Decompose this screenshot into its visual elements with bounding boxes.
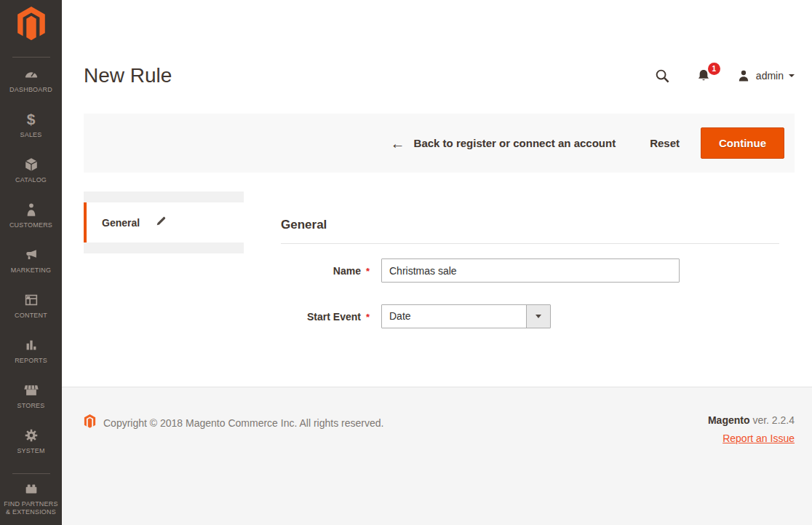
sidebar-item-system[interactable]: SYSTEM: [0, 425, 62, 470]
required-asterisk: *: [366, 312, 370, 323]
general-form: General Name* Start Event* Date: [281, 192, 779, 328]
sidebar-item-customers[interactable]: CUSTOMERS: [0, 200, 62, 245]
footer-right: Magento ver. 2.2.4 Report an Issue: [708, 414, 795, 445]
notifications-bell-icon[interactable]: 1: [696, 68, 712, 84]
back-link-label: Back to register or connect an account: [414, 137, 616, 149]
header-actions: 1 admin: [654, 68, 795, 84]
sidebar-item-marketing[interactable]: MARKETING: [0, 245, 62, 290]
footer: Copyright © 2018 Magento Commerce Inc. A…: [62, 387, 812, 525]
version-brand: Magento: [708, 414, 750, 426]
start-event-selected-value: Date: [382, 305, 550, 328]
sidebar-item-catalog[interactable]: CATALOG: [0, 154, 62, 200]
start-event-select[interactable]: Date: [381, 304, 551, 328]
name-input[interactable]: [381, 258, 680, 283]
required-asterisk: *: [366, 266, 370, 277]
edit-pencil-icon: [156, 216, 167, 229]
content-icon: [23, 291, 39, 309]
dashboard-icon: [23, 66, 39, 83]
sidebar-item-content[interactable]: CONTENT: [0, 290, 62, 335]
sidebar-item-label: SALES: [20, 131, 41, 139]
sidebar-item-reports[interactable]: REPORTS: [0, 335, 62, 380]
sidebar-item-label: MARKETING: [11, 267, 51, 275]
search-icon[interactable]: [654, 68, 671, 84]
sales-icon: $: [27, 111, 36, 128]
sidebar-divider: [12, 57, 50, 58]
main-area: New Rule 1: [62, 0, 812, 525]
chevron-down-icon: [789, 74, 795, 77]
footer-left: Copyright © 2018 Magento Commerce Inc. A…: [84, 414, 383, 431]
sidebar-item-label: FIND PARTNERS & EXTENSIONS: [2, 500, 60, 517]
magento-footer-logo-icon: [84, 414, 96, 431]
continue-button[interactable]: Continue: [701, 127, 784, 159]
select-caret-box: [526, 305, 550, 328]
sidebar-item-label: CONTENT: [15, 312, 47, 320]
version-number: ver. 2.2.4: [752, 414, 795, 426]
customers-icon: [23, 201, 39, 218]
select-caret-icon: [536, 315, 541, 318]
field-row-start-event: Start Event* Date: [281, 304, 779, 328]
back-link[interactable]: ← Back to register or connect an account: [391, 136, 616, 151]
catalog-icon: [23, 156, 39, 173]
page-title: New Rule: [84, 64, 172, 87]
sidebar-item-label: SYSTEM: [17, 447, 44, 455]
field-row-name: Name*: [281, 258, 779, 283]
page-actions-toolbar: ← Back to register or connect an account…: [84, 114, 795, 173]
sidebar-item-label: CATALOG: [15, 176, 47, 184]
find-partners-icon: [23, 480, 39, 497]
sidebar-item-label: CUSTOMERS: [9, 221, 52, 229]
tab-general-label: General: [102, 217, 140, 229]
section-title: General: [281, 218, 779, 232]
notification-count-badge: 1: [708, 63, 720, 75]
name-field-label: Name*: [281, 265, 381, 277]
sidebar-item-sales[interactable]: $ SALES: [0, 109, 62, 154]
admin-menu[interactable]: admin: [736, 68, 795, 83]
stores-icon: [23, 382, 39, 399]
sidebar-item-label: DASHBOARD: [9, 86, 52, 94]
sidebar-item-dashboard[interactable]: DASHBOARD: [0, 64, 62, 109]
content-row: General General Name*: [84, 192, 795, 387]
copyright-text: Copyright © 2018 Magento Commerce Inc. A…: [103, 417, 383, 429]
sidebar-item-stores[interactable]: STORES: [0, 380, 62, 425]
sidebar-item-label: REPORTS: [15, 357, 47, 365]
user-avatar-icon: [736, 68, 751, 83]
start-event-field-label: Start Event*: [281, 311, 381, 323]
back-arrow-icon: ←: [391, 136, 405, 151]
page-header: New Rule 1: [84, 64, 795, 87]
marketing-icon: [23, 246, 39, 264]
version-line: Magento ver. 2.2.4: [708, 414, 795, 426]
form-tabs-panel: General: [84, 192, 244, 253]
sidebar-divider: [12, 473, 50, 474]
admin-sidebar: DASHBOARD $ SALES CATALOG CUSTOMERS: [0, 0, 62, 525]
reset-button[interactable]: Reset: [650, 137, 680, 149]
sidebar-item-find-partners[interactable]: FIND PARTNERS & EXTENSIONS: [0, 478, 62, 517]
section-divider: [281, 243, 779, 244]
reports-icon: [23, 336, 39, 354]
tab-general[interactable]: General: [84, 202, 244, 242]
report-issue-link[interactable]: Report an Issue: [723, 433, 795, 444]
magento-logo[interactable]: [16, 0, 47, 50]
admin-username: admin: [756, 70, 784, 82]
sidebar-item-label: STORES: [17, 402, 44, 410]
system-icon: [23, 427, 39, 444]
